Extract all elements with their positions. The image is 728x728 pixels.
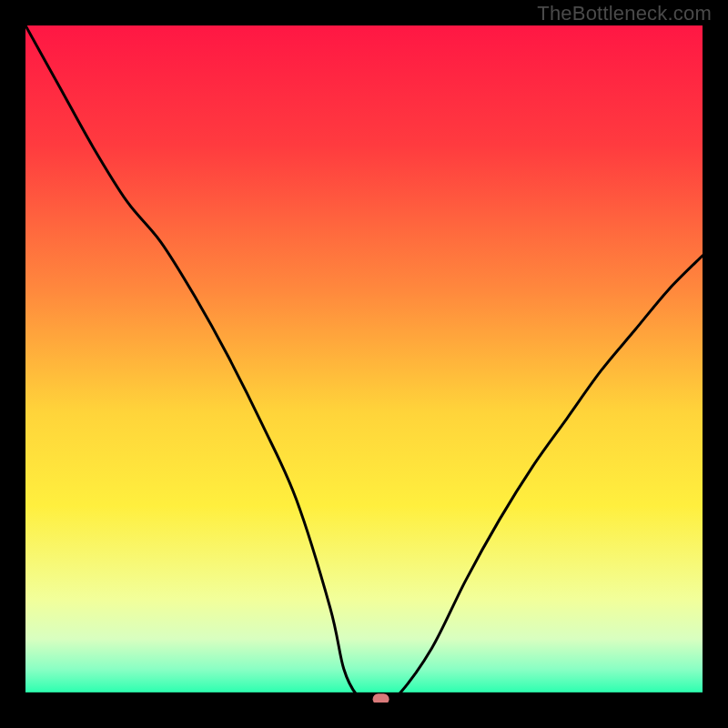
chart-frame: TheBottleneck.com <box>0 0 728 728</box>
optimal-point-marker <box>373 693 389 703</box>
plot-area <box>25 25 703 703</box>
watermark-text: TheBottleneck.com <box>537 2 712 25</box>
gradient-background <box>25 25 703 693</box>
bottleneck-chart <box>25 25 703 703</box>
